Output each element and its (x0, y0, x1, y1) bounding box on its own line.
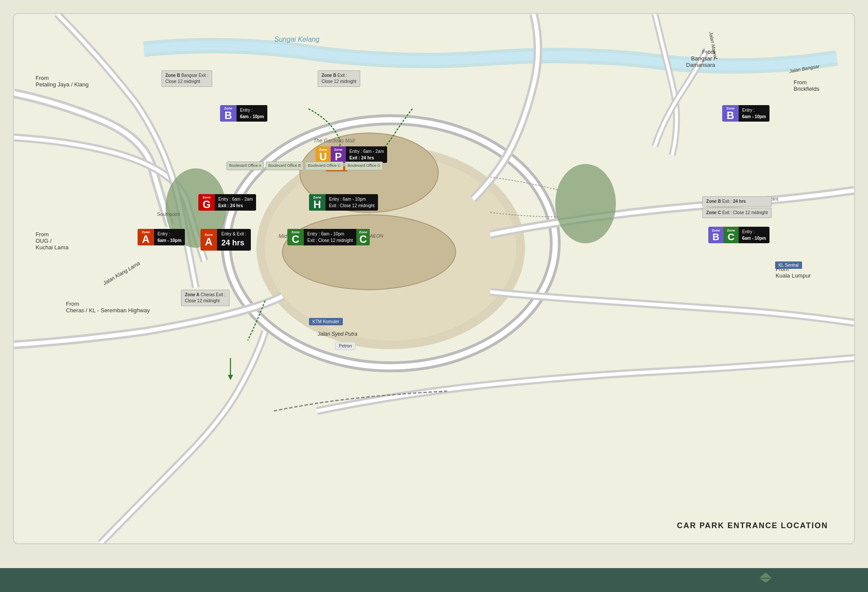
gardens-mall-label: The Gardens Mall (313, 138, 355, 144)
zone-b-exit-24: Zone B Exit : 24 hrs Zone C Exit : Close… (702, 196, 772, 218)
road-syed-putra: Jalan Syed Putra (318, 331, 357, 337)
direction-oug: From OUG / Kuchai Lama (36, 231, 69, 251)
zone-a-center-entry: Zone A Entry & Exit :24 hrs (201, 229, 251, 251)
svg-point-5 (283, 215, 456, 290)
zone-a-left-entry: Zone A Entry :6am - 10pm (138, 229, 185, 245)
boulevard-office-a: Boulevard Office A (227, 162, 264, 170)
zone-b-entry-right: Zone B Entry :6am - 10pm (722, 105, 769, 122)
main-map-container: IKUTAN Sungai Kelang From Petaling Jaya … (13, 13, 855, 544)
boulevard-offices: Boulevard Office A Boulevard Office B Bo… (227, 162, 383, 170)
zone-up-entry: Zone U Zone P Entry : 6am - 2amExit : 24… (316, 146, 387, 163)
svg-point-7 (555, 164, 616, 243)
zone-a-cheras-exit: Zone A Cheras Exit :Close 12 midnight (181, 290, 230, 306)
brand-name: MID VALLEY CITY (781, 573, 846, 581)
zone-g-entry: Zone G Entry : 6am - 2amExit : 24 hrs (198, 194, 256, 211)
direction-bangsar: From Bangsar / Damansara (686, 49, 715, 68)
boulevard-office-d: Boulevard Office D (345, 162, 383, 170)
boulevard-office-c: Boulevard Office C (305, 162, 343, 170)
mid-valley-logo-icon (755, 568, 776, 585)
zone-h-entry: Zone H Entry : 6am - 10pmExit : Close 12… (309, 194, 378, 211)
aeon-label: AEON (370, 233, 383, 238)
car-park-title: CAR PARK ENTRANCE LOCATION (677, 521, 828, 530)
zone-b-exit: Zone B Exit :Close 12 midnight (318, 70, 360, 87)
roads-svg: IKUTAN (14, 14, 854, 543)
petron: Petron (335, 342, 355, 350)
boulevard-office-b: Boulevard Office B (266, 162, 303, 170)
logo-area: MID VALLEY CITY (755, 568, 846, 585)
direction-pj: From Petaling Jaya / Klang (36, 75, 89, 88)
kl-sentral: KL Sentral (775, 261, 802, 269)
ktm-komuter: KTM Komuter (309, 318, 343, 325)
zone-b-bangsar-exit: Zone B Bangsar Exit :Close 12 midnight (161, 70, 212, 87)
southpoint-label: Southpoint (157, 212, 180, 217)
river-label: Sungai Kelang (274, 36, 319, 43)
bottom-bar (0, 568, 868, 592)
zone-bc-right-entry: Zone B Zone C Entry :6am - 10pm (708, 227, 769, 243)
direction-cheras: From Cheras / KL - Seremban Highway (66, 301, 150, 314)
zone-b-entry-top: Zone B Entry :6am - 10pm (220, 105, 267, 122)
direction-brickfields: FromBrickfields (794, 79, 819, 92)
zone-c-center-entry: Zone C Entry : 6am - 10pmExit : Close 12… (287, 229, 370, 245)
